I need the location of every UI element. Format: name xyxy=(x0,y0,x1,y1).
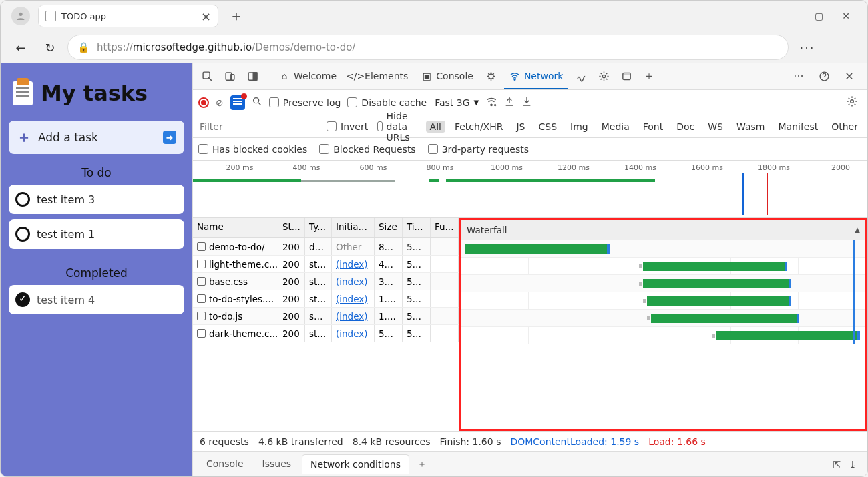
initiator-link[interactable]: (index) xyxy=(336,328,367,339)
request-row[interactable]: to-do-styles....200st...(index)1....56..… xyxy=(193,290,459,308)
task-checkbox[interactable] xyxy=(15,227,30,242)
waterfall-column[interactable]: Waterfall ▲ xyxy=(459,218,867,431)
timeline-overview[interactable]: 200 ms400 ms600 ms800 ms1000 ms1200 ms14… xyxy=(193,161,867,218)
type-filter-js[interactable]: JS xyxy=(512,121,529,133)
waterfall-row[interactable] xyxy=(461,258,865,275)
waterfall-row[interactable] xyxy=(461,310,865,327)
waterfall-row[interactable] xyxy=(461,240,865,258)
waterfall-row[interactable] xyxy=(461,327,865,344)
address-bar[interactable]: 🔒 https://microsoftedge.github.io/Demos/… xyxy=(67,35,789,60)
tab-elements[interactable]: </> Elements xyxy=(345,64,413,89)
initiator-link[interactable]: (index) xyxy=(336,294,367,304)
type-filter-doc[interactable]: Doc xyxy=(672,121,698,133)
blocked-requests-checkbox[interactable]: Blocked Requests xyxy=(319,144,415,155)
table-header-row[interactable]: NameSt...Ty...InitiatorSizeTi...Fu... xyxy=(193,218,459,238)
type-filter-img[interactable]: Img xyxy=(566,121,592,133)
third-party-checkbox[interactable]: 3rd-party requests xyxy=(428,144,529,155)
initiator-link[interactable]: (index) xyxy=(336,311,367,322)
inspect-element-button[interactable] xyxy=(197,67,217,87)
drawer-add-tab-button[interactable]: ＋ xyxy=(417,458,427,470)
column-header[interactable]: Fu... xyxy=(431,218,459,237)
drawer-collapse-button[interactable]: ⤓ xyxy=(849,459,857,470)
network-settings-button[interactable] xyxy=(846,95,858,109)
filter-toggle-button[interactable] xyxy=(230,95,245,110)
column-header[interactable]: Size xyxy=(375,218,403,237)
network-conditions-button[interactable] xyxy=(485,95,497,109)
request-row[interactable]: demo-to-do/200do...Other80...57... xyxy=(193,238,459,256)
export-har-button[interactable] xyxy=(521,96,532,109)
record-button[interactable] xyxy=(198,97,209,108)
type-filter-media[interactable]: Media xyxy=(598,121,634,133)
invert-checkbox[interactable]: Invert xyxy=(327,121,368,132)
tab-network[interactable]: Network xyxy=(504,64,568,89)
has-blocked-cookies-checkbox[interactable]: Has blocked cookies xyxy=(198,144,307,155)
column-header[interactable]: Initiator xyxy=(332,218,375,237)
timeline-tick: 2000 xyxy=(831,163,850,172)
disable-cache-checkbox[interactable]: Disable cache xyxy=(347,97,427,108)
type-filter-wasm[interactable]: Wasm xyxy=(732,121,769,133)
task-item[interactable]: test item 4 xyxy=(9,285,184,314)
application-icon[interactable] xyxy=(616,67,636,87)
help-button[interactable] xyxy=(814,67,834,87)
dock-side-button[interactable] xyxy=(242,67,262,87)
more-tabs-button[interactable]: ＋ xyxy=(639,67,659,87)
column-header[interactable]: St... xyxy=(278,218,305,237)
back-button[interactable]: ← xyxy=(9,35,33,59)
browser-tab[interactable]: TODO app × xyxy=(38,5,218,27)
drawer-expand-button[interactable]: ⇱ xyxy=(833,459,841,470)
minimize-button[interactable]: — xyxy=(787,11,796,21)
request-row[interactable]: light-theme.c...200st...(index)49...56..… xyxy=(193,256,459,273)
add-task-button[interactable]: ＋ Add a task ➜ xyxy=(9,121,184,154)
drawer-tab-console[interactable]: Console xyxy=(198,454,252,474)
section-completed-label: Completed xyxy=(9,266,184,280)
type-filter-font[interactable]: Font xyxy=(639,121,667,133)
search-button[interactable] xyxy=(252,96,262,109)
request-row[interactable]: base.css200st...(index)38...56... xyxy=(193,273,459,290)
debugger-icon[interactable] xyxy=(481,67,501,87)
column-header[interactable]: Name xyxy=(193,218,278,237)
request-row[interactable]: to-do.js200scr...(index)1....57... xyxy=(193,308,459,325)
task-item[interactable]: test item 3 xyxy=(9,185,184,214)
refresh-button[interactable]: ↻ xyxy=(38,35,62,59)
preserve-log-checkbox[interactable]: Preserve log xyxy=(269,97,341,108)
type-filter-manifest[interactable]: Manifest xyxy=(774,121,822,133)
column-header[interactable]: Ty... xyxy=(305,218,332,237)
profile-avatar[interactable] xyxy=(11,7,30,25)
filter-input[interactable] xyxy=(198,119,317,135)
clear-button[interactable]: ⊘ xyxy=(216,97,224,108)
network-request-table[interactable]: NameSt...Ty...InitiatorSizeTi...Fu... de… xyxy=(193,218,459,431)
initiator-link[interactable]: (index) xyxy=(336,276,367,287)
import-har-button[interactable] xyxy=(504,96,515,109)
request-row[interactable]: dark-theme.c...200st...(index)51...56... xyxy=(193,325,459,342)
throttling-select[interactable]: Fast 3G ▼ xyxy=(435,97,479,108)
column-header[interactable]: Ti... xyxy=(403,218,431,237)
device-toolbar-button[interactable] xyxy=(220,67,240,87)
type-filter-other[interactable]: Other xyxy=(827,121,862,133)
browser-menu-button[interactable]: ··· xyxy=(794,41,821,55)
drawer-tab-network-conditions[interactable]: Network conditions xyxy=(302,454,409,474)
type-filter-fetchxhr[interactable]: Fetch/XHR xyxy=(451,121,507,133)
new-tab-button[interactable]: ＋ xyxy=(229,6,244,26)
submit-icon[interactable]: ➜ xyxy=(163,131,176,144)
close-devtools-button[interactable]: ✕ xyxy=(839,67,859,87)
task-checkbox[interactable] xyxy=(15,292,30,307)
tab-console[interactable]: ▣ Console xyxy=(416,64,479,89)
close-tab-button[interactable]: × xyxy=(201,9,211,23)
performance-icon[interactable] xyxy=(571,67,591,87)
task-item[interactable]: test item 1 xyxy=(9,219,184,249)
devtools-more-button[interactable]: ··· xyxy=(789,67,809,87)
initiator-link[interactable]: (index) xyxy=(336,259,367,270)
type-filter-css[interactable]: CSS xyxy=(534,121,561,133)
maximize-button[interactable]: ▢ xyxy=(815,11,823,21)
close-window-button[interactable]: ✕ xyxy=(842,11,850,21)
settings-icon[interactable] xyxy=(594,67,614,87)
waterfall-row[interactable] xyxy=(461,275,865,292)
type-filter-ws[interactable]: WS xyxy=(704,121,727,133)
task-checkbox[interactable] xyxy=(15,192,30,207)
drawer-tab-issues[interactable]: Issues xyxy=(254,454,300,474)
waterfall-row[interactable] xyxy=(461,292,865,310)
type-filter-all[interactable]: All xyxy=(426,121,445,133)
tab-welcome[interactable]: ⌂ Welcome xyxy=(274,64,342,89)
waterfall-header[interactable]: Waterfall ▲ xyxy=(461,220,865,240)
section-todo-label: To do xyxy=(9,166,184,179)
